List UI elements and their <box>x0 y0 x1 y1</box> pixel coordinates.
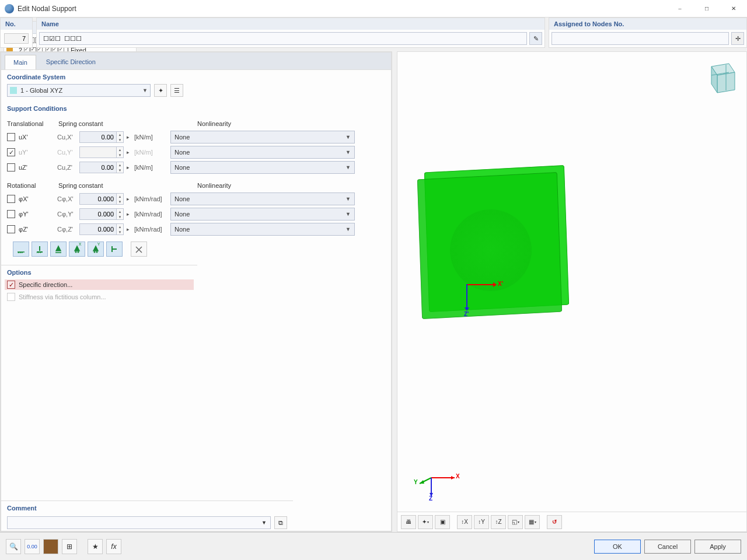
preset-fixed-icon[interactable] <box>32 242 48 257</box>
apply-button[interactable]: Apply <box>694 540 741 554</box>
pv-view-z-button[interactable]: ↕Z <box>491 515 506 529</box>
spring-input-rz[interactable] <box>79 223 117 235</box>
pv-axis-button[interactable]: ✦▾ <box>418 515 433 529</box>
svg-point-0 <box>75 251 77 253</box>
spring-input-uy <box>79 146 117 158</box>
nonlinearity-combo-rx[interactable]: None▼ <box>170 192 355 205</box>
options-box: Options Specific direction... Stiffness … <box>1 265 197 497</box>
no-input[interactable] <box>4 33 29 44</box>
pv-view-x-button[interactable]: ↕X <box>457 515 472 529</box>
spring-input-ux[interactable] <box>79 131 117 143</box>
option-specific-direction[interactable]: Specific direction... <box>5 279 194 290</box>
no-header: No. <box>1 18 32 30</box>
spring-input-uz[interactable] <box>79 162 117 173</box>
nonlinearity-header: Nonlinearity <box>197 120 385 127</box>
nonlinearity-header-2: Nonlinearity <box>197 182 385 189</box>
coord-system-combo[interactable]: 1 - Global XYZ ▼ <box>7 84 151 97</box>
spinner-uz[interactable]: ▲▼ <box>117 162 124 173</box>
support-row-rx: φX' Cφ,X' ▲▼ ▸ [kNm/rad] None▼ <box>7 191 385 206</box>
nonlinearity-combo-rz[interactable]: None▼ <box>170 223 355 236</box>
comment-box: Comment ▼ ⧉ <box>1 501 293 531</box>
spinner-ry[interactable]: ▲▼ <box>117 208 124 220</box>
tab-specific-direction[interactable]: Specific Direction <box>37 54 104 69</box>
spinner-rz[interactable]: ▲▼ <box>117 223 124 235</box>
window-title: Edit Nodal Support <box>18 5 666 13</box>
nav-cube[interactable] <box>700 58 741 99</box>
nonlinearity-combo-uy[interactable]: None▼ <box>170 146 355 159</box>
nonlinearity-combo-ux[interactable]: None▼ <box>170 131 355 144</box>
pv-print-button[interactable]: 🖶 <box>401 515 416 529</box>
pv-reset-button[interactable]: ↺ <box>547 515 562 529</box>
checkbox-uz[interactable] <box>7 163 15 172</box>
pv-iso-button[interactable]: ◱▾ <box>508 515 523 529</box>
section-button[interactable]: ⊞ <box>62 539 77 554</box>
axis-indicator: X Y Z <box>414 460 460 501</box>
spring-input-ry[interactable] <box>79 208 117 220</box>
comment-combo[interactable]: ▼ <box>7 516 271 529</box>
arrow-icon[interactable]: ▸ <box>124 223 132 235</box>
preset-roller-x-icon[interactable]: X <box>69 242 85 257</box>
preset-hinged-icon[interactable] <box>13 242 29 257</box>
pv-render-button[interactable]: ▦▾ <box>525 515 540 529</box>
name-input[interactable] <box>39 32 527 45</box>
preset-roller-icon[interactable] <box>50 242 67 257</box>
spring-header: Spring constant <box>58 120 146 127</box>
model-preview[interactable]: X' Z' <box>415 163 578 326</box>
preset-bar: X Y <box>7 237 385 261</box>
arrow-icon[interactable]: ▸ <box>124 193 132 205</box>
name-box: Name ✎ <box>36 18 545 48</box>
arrow-icon: ▸ <box>124 146 132 158</box>
chevron-down-icon: ▼ <box>261 520 267 526</box>
pv-view-button[interactable]: ▣ <box>435 515 450 529</box>
nonlinearity-combo-uz[interactable]: None▼ <box>170 161 355 174</box>
assign-header: Assigned to Nodes No. <box>549 18 746 30</box>
option-stiffness-column: Stiffness via fictitious column... <box>1 291 197 303</box>
svg-marker-12 <box>420 480 424 484</box>
coord-edit-button[interactable]: ☰ <box>170 84 183 97</box>
coord-header: Coordinate System <box>1 70 391 83</box>
tab-main[interactable]: Main <box>5 55 36 70</box>
coord-swatch-icon <box>10 87 17 94</box>
units-button[interactable]: 0.00 <box>25 539 40 554</box>
comment-header: Comment <box>1 501 293 514</box>
checkbox-ry[interactable] <box>7 210 15 218</box>
checkbox-uy[interactable] <box>7 148 15 156</box>
checkbox-rz[interactable] <box>7 225 15 233</box>
spinner-rx[interactable]: ▲▼ <box>117 193 124 205</box>
checkbox-ux[interactable] <box>7 133 15 141</box>
coord-new-button[interactable]: ✦ <box>154 84 167 97</box>
support-row-uz: uZ' Cu,Z' ▲▼ ▸ [kN/m] None▼ <box>7 160 385 175</box>
arrow-icon[interactable]: ▸ <box>124 208 132 220</box>
favorites-button[interactable]: ★ <box>88 539 103 554</box>
pv-view-y-button[interactable]: ↕Y <box>474 515 489 529</box>
maximize-button[interactable]: □ <box>693 0 720 18</box>
minimize-button[interactable]: – <box>666 0 693 18</box>
tabs-container: Main Specific Direction Coordinate Syste… <box>0 51 392 532</box>
pick-nodes-button[interactable]: ✛ <box>731 32 744 45</box>
nonlinearity-combo-ry[interactable]: None▼ <box>170 208 355 220</box>
help-button[interactable]: 🔍 <box>6 539 21 554</box>
function-button[interactable]: fx <box>106 539 121 554</box>
support-row-rz: φZ' Cφ,Z' ▲▼ ▸ [kNm/rad] None▼ <box>7 222 385 237</box>
spinner-ux[interactable]: ▲▼ <box>117 131 124 143</box>
ok-button[interactable]: OK <box>594 540 641 554</box>
preset-wall-icon[interactable] <box>106 242 123 257</box>
checkbox-rx[interactable] <box>7 195 15 203</box>
material-button[interactable] <box>43 539 58 554</box>
svg-point-2 <box>94 251 96 253</box>
checkbox-specific-direction[interactable] <box>7 281 15 289</box>
assign-input[interactable] <box>551 32 729 45</box>
comment-library-button[interactable]: ⧉ <box>274 516 287 529</box>
close-button[interactable]: ✕ <box>720 0 747 18</box>
arrow-icon[interactable]: ▸ <box>124 131 132 143</box>
support-row-ry: φY' Cφ,Y' ▲▼ ▸ [kNm/rad] None▼ <box>7 206 385 222</box>
cancel-button[interactable]: Cancel <box>644 540 691 554</box>
preset-roller-y-icon[interactable]: Y <box>88 242 104 257</box>
no-box: No. <box>0 18 33 48</box>
preset-free-icon[interactable] <box>131 242 147 257</box>
name-edit-button[interactable]: ✎ <box>529 32 542 45</box>
spring-input-rx[interactable] <box>79 193 117 205</box>
svg-point-3 <box>96 251 98 253</box>
name-header: Name <box>37 18 544 30</box>
arrow-icon[interactable]: ▸ <box>124 162 132 173</box>
